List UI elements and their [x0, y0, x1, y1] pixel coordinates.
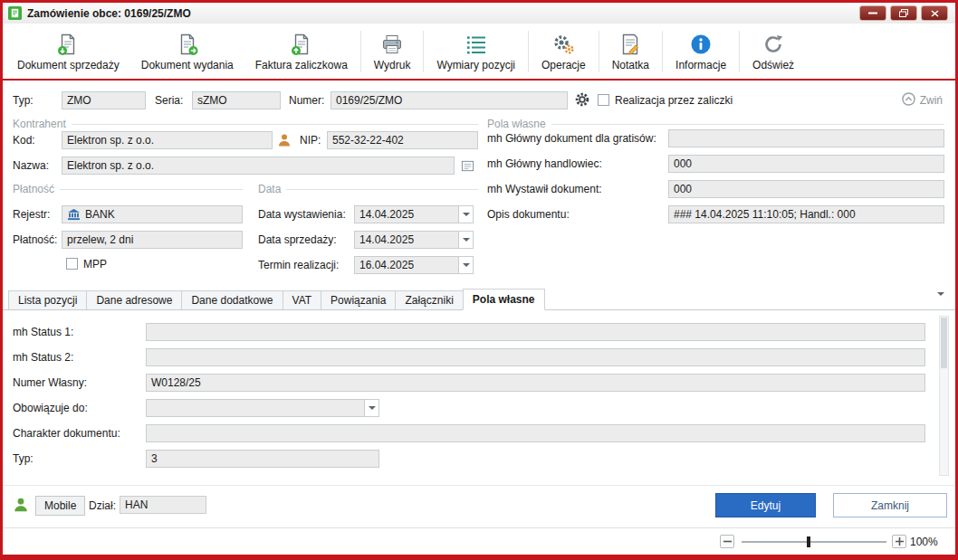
- plus-icon: [896, 537, 904, 546]
- toolbar-item-label: Notatka: [612, 59, 649, 71]
- minimize-icon: [868, 12, 877, 14]
- collapse-link[interactable]: Zwiń: [902, 91, 943, 109]
- mh-glowny-dokument-dla-gratisow-input[interactable]: [668, 129, 944, 147]
- realizacja-checkbox[interactable]: [598, 94, 609, 106]
- toolbar-informacje[interactable]: Informacje: [665, 26, 737, 77]
- toolbar-separator: [360, 31, 361, 72]
- edit-button[interactable]: Edytuj: [715, 493, 816, 517]
- toolbar-faktura-zaliczkowa[interactable]: Faktura zaliczkowa: [244, 26, 359, 77]
- dzial-input[interactable]: HAN: [120, 496, 206, 514]
- own-field-row: mh Główny handlowiec:000: [487, 155, 944, 173]
- toolbar-separator: [662, 31, 663, 72]
- zoom-out-button[interactable]: [720, 535, 734, 548]
- field-label: mh Wystawił dokument:: [487, 180, 668, 198]
- toolbar-operacje[interactable]: Operacje: [531, 26, 597, 77]
- kod-input[interactable]: Elektron sp. z o.o.: [62, 131, 273, 149]
- field-label: Numer Własny:: [13, 374, 146, 392]
- data-wystawienia-dropdown[interactable]: 14.04.2025: [354, 205, 474, 223]
- chevron-down-icon[interactable]: [458, 206, 473, 223]
- close-button[interactable]: [921, 5, 948, 21]
- tab-lista-pozycji[interactable]: Lista pozycji: [8, 290, 87, 309]
- toolbar-item-label: Informacje: [675, 59, 726, 71]
- toolbar-separator: [423, 31, 424, 72]
- mpp-checkbox[interactable]: [66, 258, 78, 270]
- tab-vat[interactable]: VAT: [283, 290, 322, 309]
- tab-dane-adresowe[interactable]: Dane adresowe: [86, 290, 182, 309]
- toolbar-item-label: Wymiary pozycji: [436, 59, 515, 71]
- restore-icon: [899, 9, 908, 17]
- nip-label: NIP:: [300, 131, 321, 149]
- toolbar: Dokument sprzedażyDokument wydaniaFaktur…: [3, 24, 955, 79]
- nazwa-detail-icon[interactable]: [457, 157, 477, 175]
- bank-icon: [67, 209, 81, 221]
- data-sprzedazy-dropdown[interactable]: 14.04.2025: [354, 231, 474, 249]
- tab-field-row: Obowiązuje do:: [13, 399, 925, 417]
- dropdown-value: 14.04.2025: [355, 206, 458, 223]
- nazwa-input[interactable]: Elektron sp. z o.o.: [62, 157, 455, 175]
- toolbar-separator: [528, 31, 529, 72]
- tab-field-row: mh Status 2:: [13, 348, 925, 366]
- chevron-down-icon[interactable]: [458, 257, 473, 273]
- platnosc-label: Płatność:: [13, 231, 57, 249]
- tab-field-row: Charakter dokumentu:: [13, 424, 925, 442]
- toolbar-notatka[interactable]: Notatka: [601, 26, 660, 77]
- mh-status-1-input[interactable]: [146, 323, 925, 341]
- toolbar-item-label: Dokument sprzedaży: [17, 59, 120, 71]
- typ-input[interactable]: 3: [146, 450, 379, 468]
- toolbar-item-label: Dokument wydania: [141, 59, 234, 71]
- tab-strip: Lista pozycjiDane adresoweDane dodatkowe…: [3, 288, 955, 310]
- chevron-down-icon[interactable]: [458, 232, 473, 248]
- mh-glowny-handlowiec-input[interactable]: 000: [668, 155, 944, 173]
- scrollbar-thumb[interactable]: [941, 318, 947, 368]
- note-icon: [618, 32, 642, 57]
- footer: Mobile Dział: HAN Edytuj Zamknij: [3, 485, 955, 527]
- platnosc-input[interactable]: przelew, 2 dni: [62, 231, 243, 249]
- typ-input[interactable]: ZMO: [62, 91, 146, 109]
- obowiazuje-do-dropdown[interactable]: [146, 399, 379, 417]
- nip-input[interactable]: 552-32-22-402: [327, 131, 478, 149]
- toolbar-wydruk[interactable]: Wydruk: [363, 26, 422, 77]
- zoom-slider-thumb[interactable]: [807, 536, 810, 547]
- numeration-gear-icon[interactable]: [572, 90, 592, 109]
- termin-realizacji-dropdown[interactable]: 16.04.2025: [354, 256, 474, 274]
- numer-wlasny-input[interactable]: W0128/25: [146, 374, 925, 392]
- charakter-dokumentu-input[interactable]: [146, 424, 925, 442]
- mpp-label: MPP: [83, 255, 107, 273]
- kontrahent-person-icon[interactable]: [274, 131, 294, 149]
- numer-input[interactable]: 0169/25/ZMO: [331, 91, 568, 109]
- field-label: mh Status 2:: [13, 348, 146, 366]
- field-label: mh Główny dokument dla gratisów:: [487, 129, 668, 147]
- group-label: Płatność: [13, 183, 54, 195]
- opis-dokumentu-input[interactable]: ### 14.04.2025 11:10:05; Handl.: 000: [668, 205, 944, 223]
- toolbar-wymiary-pozycji[interactable]: Wymiary pozycji: [426, 26, 526, 77]
- maximize-button[interactable]: [890, 5, 917, 21]
- tab-overflow-chevron-icon[interactable]: [937, 296, 944, 308]
- chevron-down-icon[interactable]: [364, 400, 378, 416]
- print-icon: [380, 32, 404, 57]
- tab-pola-wlasne[interactable]: Pola własne: [463, 289, 545, 310]
- minimize-button[interactable]: [859, 5, 886, 21]
- field-label: mh Status 1:: [13, 323, 146, 341]
- zoom-in-button[interactable]: [892, 535, 906, 548]
- document-release-icon: [176, 32, 199, 57]
- rejestr-value: BANK: [85, 206, 115, 223]
- toolbar-dokument-sprzedazy[interactable]: Dokument sprzedaży: [6, 26, 130, 77]
- rejestr-input[interactable]: BANK: [62, 205, 243, 223]
- own-field-row: Opis dokumentu:### 14.04.2025 11:10:05; …: [487, 205, 944, 223]
- toolbar-dokument-wydania[interactable]: Dokument wydania: [130, 26, 244, 77]
- termin-realizacji-label: Termin realizacji:: [258, 256, 339, 274]
- mh-status-2-input[interactable]: [146, 348, 925, 366]
- vertical-scrollbar[interactable]: [939, 316, 949, 476]
- tab-dane-dodatkowe[interactable]: Dane dodatkowe: [181, 290, 283, 309]
- toolbar-item-label: Odśwież: [752, 59, 794, 71]
- dropdown-value: [147, 400, 364, 416]
- tab-powiazania[interactable]: Powiązania: [321, 290, 396, 309]
- seria-input[interactable]: sZMO: [192, 91, 281, 109]
- close-window-button[interactable]: Zamknij: [833, 493, 947, 517]
- tab-fields: mh Status 1:mh Status 2:Numer Własny:W01…: [13, 323, 925, 475]
- zoom-slider-track[interactable]: [742, 541, 886, 543]
- tab-zalaczniki[interactable]: Załączniki: [395, 290, 463, 309]
- mobile-button[interactable]: Mobile: [35, 496, 85, 516]
- mh-wystawil-dokument-input[interactable]: 000: [668, 180, 944, 198]
- toolbar-odswiez[interactable]: Odśwież: [742, 26, 805, 77]
